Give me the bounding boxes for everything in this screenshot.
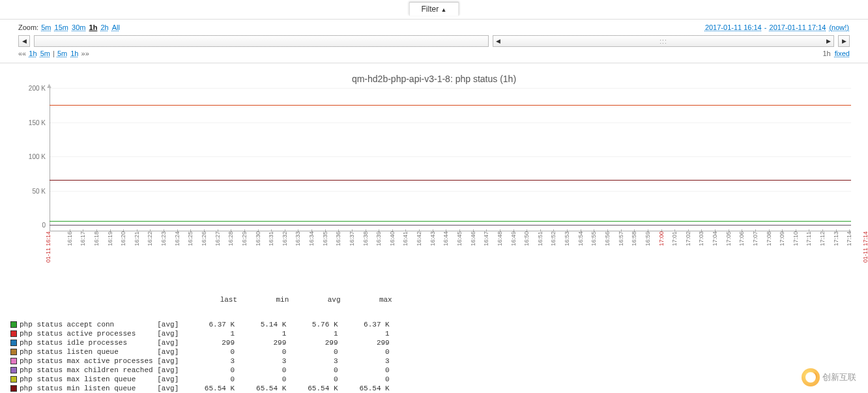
legend-row: php status max listen queue [avg] 0 0 0 … <box>10 375 861 384</box>
nav-fwd-1h[interactable]: 1h <box>70 50 78 57</box>
grip-icon: ::: <box>659 38 667 45</box>
nav-fixed[interactable]: fixed <box>835 50 850 57</box>
x-tick: 16:56 <box>604 231 611 246</box>
period-now[interactable]: (now!) <box>829 23 849 31</box>
nav-first[interactable]: «« <box>18 50 26 57</box>
zoom-30m[interactable]: 30m <box>72 23 85 31</box>
x-tick: 16:34 <box>308 231 315 246</box>
nav-last[interactable]: »» <box>81 50 89 57</box>
legend-text: php status max listen queue [avg] 0 0 0 … <box>20 375 390 383</box>
nav-left-group: «« 1h 5m | 5m 1h »» <box>18 50 89 57</box>
y-tick: 0 <box>42 222 46 229</box>
nav-back-5m[interactable]: 5m <box>40 50 50 57</box>
timeline-next-button[interactable]: ▶ <box>838 35 850 47</box>
x-tick: 16:35 <box>322 231 328 246</box>
zoom-15m[interactable]: 15m <box>55 23 68 31</box>
legend-text: php status accept conn [avg] 6.37 K 5.14… <box>20 321 390 328</box>
legend-row: php status max active processes [avg] 3 … <box>10 357 861 366</box>
series-line <box>50 180 851 181</box>
legend-text: php status listen queue [avg] 0 0 0 0 <box>20 348 390 356</box>
x-tick: 17:02 <box>685 231 691 246</box>
x-tick: 17:06 <box>738 231 745 246</box>
x-tick: 16:36 <box>335 231 341 246</box>
gridline <box>50 156 851 157</box>
zoom-1h[interactable]: 1h <box>89 23 98 31</box>
nav-back-1h[interactable]: 1h <box>29 50 36 57</box>
x-tick: 16:17 <box>80 231 86 246</box>
x-tick: 17:01 <box>671 231 678 246</box>
timeline-handle[interactable]: ◀ ::: ▶ <box>493 35 834 47</box>
x-tick: 16:25 <box>187 231 194 246</box>
x-tick: 17:07 <box>752 231 759 246</box>
y-tick: 50 K <box>32 187 46 194</box>
period-to[interactable]: 2017-01-11 17:14 <box>770 23 826 31</box>
watermark: 创新互联 <box>802 368 856 386</box>
legend-text: php status max children reached [avg] 0 … <box>20 366 390 374</box>
x-tick: 17:13 <box>833 231 839 246</box>
zoom-label: Zoom: <box>18 23 38 31</box>
triangle-right-icon: ▶ <box>842 38 846 44</box>
x-tick: 17:14 <box>846 231 852 246</box>
timeline-row: ◀ ◀ ::: ▶ ▶ <box>18 35 850 47</box>
x-tick: 16:53 <box>564 231 570 246</box>
x-tick: 16:42 <box>416 231 422 246</box>
legend-text: php status idle processes [avg] 299 299 … <box>20 339 390 347</box>
x-tick: 16:28 <box>227 231 234 246</box>
timeline-prev-button[interactable]: ◀ <box>18 35 30 47</box>
x-tick: 16:41 <box>402 231 409 246</box>
watermark-logo-icon <box>802 368 820 386</box>
triangle-right-icon: ▶ <box>826 38 831 44</box>
series-line <box>50 221 851 222</box>
x-tick: 16:49 <box>510 231 517 246</box>
x-tick: 16:44 <box>442 231 449 246</box>
chart-title: qm-hd2b-php-api-v3-1-8: php status (1h) <box>7 74 861 84</box>
triangle-left-icon: ◀ <box>496 38 500 44</box>
x-tick: 16:45 <box>456 231 463 246</box>
zoom-row: Zoom: 5m 15m 30m 1h 2h All 2017-01-11 16… <box>18 23 850 31</box>
legend-text: php status active processes [avg] 1 1 1 … <box>20 330 390 338</box>
legend-swatch <box>10 340 17 346</box>
x-tick: 16:52 <box>550 231 557 246</box>
x-tick: 16:46 <box>470 231 476 246</box>
x-tick: 16:54 <box>577 231 584 246</box>
x-tick: 17:11 <box>805 231 812 246</box>
legend-row: php status accept conn [avg] 6.37 K 5.14… <box>10 320 861 329</box>
x-tick: 16:19 <box>107 231 113 246</box>
nav-fwd-5m[interactable]: 5m <box>57 50 67 57</box>
gridline <box>50 88 851 89</box>
legend-swatch <box>10 321 17 328</box>
y-tick: 100 K <box>29 153 46 160</box>
x-tick: 17:03 <box>698 231 704 246</box>
zoom-links: Zoom: 5m 15m 30m 1h 2h All <box>18 23 121 31</box>
nav-links-row: «« 1h 5m | 5m 1h »» 1h fixed <box>18 50 850 61</box>
x-tick: 16:38 <box>362 231 369 246</box>
x-tick: 16:55 <box>590 231 597 246</box>
timeline-track[interactable] <box>34 35 489 47</box>
plot-border-left <box>50 88 50 231</box>
nav-right-group: 1h fixed <box>822 50 850 57</box>
watermark-text: 创新互联 <box>822 371 856 383</box>
filter-label: Filter <box>422 5 439 14</box>
period-sep: - <box>762 23 769 31</box>
y-axis: 050 K100 K150 K200 K <box>20 88 48 231</box>
y-tick: 200 K <box>29 85 46 92</box>
x-tick: 17:05 <box>725 231 732 246</box>
zoom-5m[interactable]: 5m <box>41 23 51 31</box>
zoom-All[interactable]: All <box>112 23 120 31</box>
x-tick: 16:22 <box>147 231 153 246</box>
period-from[interactable]: 2017-01-11 16:14 <box>705 23 762 31</box>
filter-toggle[interactable]: Filter ▲ <box>409 2 459 16</box>
x-tick: 16:20 <box>120 231 126 246</box>
legend-swatch <box>10 376 17 383</box>
x-tick: 17:04 <box>712 231 718 246</box>
x-tick: 16:58 <box>631 231 637 246</box>
zoom-2h[interactable]: 2h <box>100 23 108 31</box>
top-bar: Filter ▲ <box>0 0 868 20</box>
y-tick: 150 K <box>29 119 46 126</box>
legend-swatch <box>10 367 17 373</box>
series-line <box>50 105 851 106</box>
x-tick: 16:18 <box>93 231 100 246</box>
x-tick: 17:00 <box>658 231 665 246</box>
x-tick: 16:29 <box>241 231 248 246</box>
x-tick: 16:43 <box>429 231 436 246</box>
